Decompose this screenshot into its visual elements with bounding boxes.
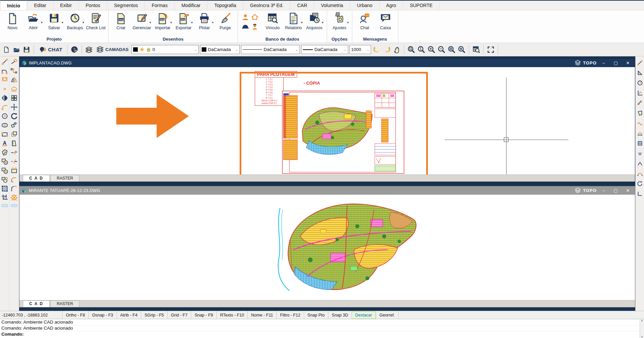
caixa-button[interactable]: Caixa	[375, 11, 396, 30]
toggle-osnap[interactable]: Osnap - F3	[88, 311, 117, 319]
criar-button[interactable]: dwg Criar	[111, 11, 131, 30]
toggle-rtexto[interactable]: RTexto - F10	[216, 311, 247, 319]
node-icon[interactable]	[636, 158, 644, 168]
camadas-button[interactable]: CAMADAS	[95, 45, 130, 54]
minimize-button[interactable]: –	[599, 60, 609, 66]
ucs-icon[interactable]	[636, 189, 644, 199]
coordinates-icon[interactable]	[636, 88, 644, 98]
revision-cloud-tool-icon[interactable]	[10, 84, 18, 93]
dropdown-arrow-icon[interactable]: ▼	[191, 21, 193, 24]
fillet-tool-icon[interactable]	[10, 175, 18, 184]
text-tool-icon[interactable]: A	[0, 139, 9, 148]
zoom-out-icon[interactable]	[437, 45, 446, 54]
move-tool-icon[interactable]	[10, 102, 18, 111]
window1-titlebar[interactable]: IMPLANTACAO.DWG TOPO – ▢ ✕	[19, 59, 635, 67]
dropdown-arrow-icon[interactable]: ▼	[170, 21, 172, 24]
raster-tab[interactable]: RASTER	[50, 175, 80, 182]
offset-tool-icon[interactable]	[10, 130, 18, 139]
grid-icon[interactable]	[636, 138, 644, 148]
minimize-button[interactable]: –	[599, 187, 609, 194]
zoom-layers-icon[interactable]	[447, 45, 456, 54]
scroll-down-icon[interactable]: ▼	[641, 336, 643, 338]
zoom-previous-icon[interactable]	[457, 45, 466, 54]
tab-inicio[interactable]: Início	[0, 0, 27, 10]
section-icon[interactable]	[636, 128, 644, 138]
area-icon[interactable]	[636, 108, 644, 118]
chat-button[interactable]: Chat	[354, 11, 375, 30]
new-file-icon[interactable]	[2, 45, 11, 54]
layers-icon[interactable]	[85, 45, 93, 54]
break-at-point-tool-icon[interactable]	[10, 157, 18, 166]
tab-segmentos[interactable]: Segmentos	[107, 1, 145, 10]
chevron-down-icon[interactable]: ⌄	[233, 48, 238, 51]
tab-pontos[interactable]: Pontos	[79, 1, 108, 10]
point-style-tool-icon[interactable]	[0, 93, 9, 102]
cad-tab[interactable]: C A D	[23, 300, 50, 307]
chevron-down-icon[interactable]: ⌄	[293, 48, 298, 51]
maximize-button[interactable]: ▢	[611, 60, 621, 66]
toggle-atrib[interactable]: Atrib - F4	[117, 311, 141, 319]
relatorio-button[interactable]: Relatório ▼	[283, 11, 304, 30]
wave-icon[interactable]	[636, 118, 644, 128]
polygon-tool-icon[interactable]	[0, 75, 9, 84]
polyline-tool-icon[interactable]	[0, 66, 9, 75]
tab-agro[interactable]: Agro	[379, 1, 403, 10]
rectangle-tool-icon[interactable]	[0, 130, 9, 139]
measure-line-icon[interactable]	[636, 58, 644, 68]
tab-formas[interactable]: Formas	[145, 1, 174, 10]
toggle-snap-3d[interactable]: Snap 3D	[328, 311, 352, 319]
layer-combobox[interactable]: 0 ⌄	[131, 45, 199, 54]
linetype-combobox[interactable]: DaCamada ⌄	[241, 45, 300, 54]
arquivos-button[interactable]: Arquivos ▼	[304, 11, 325, 30]
ajustes-button[interactable]: Ajustes ▼	[329, 11, 350, 30]
toggle-georref[interactable]: Georref.	[376, 311, 399, 319]
salvar-button[interactable]: Salvar ▼	[44, 11, 65, 30]
open-folder-icon[interactable]	[12, 45, 21, 54]
command-console[interactable]: Comando: Ambiente CAD acionado Comando: …	[0, 319, 644, 338]
block-define-tool-icon[interactable]	[0, 166, 9, 175]
tab-editar[interactable]: Editar	[27, 1, 53, 10]
azimuth-icon[interactable]	[636, 78, 644, 88]
exportar-button[interactable]: dwg Exportar ▼	[173, 11, 194, 30]
dropdown-arrow-icon[interactable]: ▼	[211, 21, 214, 24]
maximize-button[interactable]: ▢	[611, 187, 621, 194]
window2-canvas[interactable]	[19, 195, 635, 300]
rotate-tool-icon[interactable]	[10, 111, 18, 120]
hatch-tool-icon[interactable]	[0, 184, 9, 193]
label-tag-tool-icon[interactable]	[0, 148, 9, 157]
worker-icon[interactable]	[251, 22, 259, 31]
dropdown-arrow-icon[interactable]: ▼	[321, 21, 324, 24]
line-tool-icon[interactable]	[0, 57, 9, 66]
tab-exibir[interactable]: Exibir	[53, 1, 79, 10]
chevron-down-icon[interactable]: ⌄	[342, 48, 347, 51]
scroll-up-icon[interactable]: ▲	[641, 319, 643, 322]
erase-tool-icon[interactable]	[10, 57, 18, 66]
circle-tool-icon[interactable]	[0, 111, 9, 120]
toggle-filtro[interactable]: Filtro - F12	[276, 311, 304, 319]
viewport-tool-icon[interactable]	[10, 166, 18, 175]
help-icon[interactable]: ?	[70, 45, 79, 54]
abrir-button[interactable]: Abrir ▼	[23, 11, 44, 30]
window1-canvas[interactable]: PARA PLOTAGEM 1 7 0,1 2 7 0,2 3 7 0,3 4 …	[19, 67, 635, 175]
mirror-tool-icon[interactable]	[10, 75, 18, 84]
zoom-in-icon[interactable]	[427, 45, 436, 54]
dropdown-arrow-icon[interactable]: ▼	[347, 21, 349, 24]
user-icon[interactable]	[241, 13, 249, 21]
toggle-ortho[interactable]: Ortho - F8	[62, 311, 88, 319]
block-insert-tool-icon[interactable]	[0, 157, 9, 166]
redo-icon[interactable]	[383, 45, 391, 54]
chevron-down-icon[interactable]: ⌄	[192, 48, 197, 51]
spline-tool-icon[interactable]	[10, 66, 18, 75]
color-combobox[interactable]: DaCamada ⌄	[200, 45, 240, 54]
array-tool-icon[interactable]	[10, 93, 18, 102]
importar-button[interactable]: dwg Importar ▼	[152, 11, 173, 30]
save-floppy-icon[interactable]	[22, 45, 31, 54]
tab-volumetria[interactable]: Volumetria	[314, 1, 350, 10]
toggle-sgrip[interactable]: SGrip - F5	[141, 311, 167, 319]
lineweight-combobox[interactable]: DaCamada ⌄	[301, 45, 348, 54]
console-scrollbar[interactable]: ▲ ▼	[640, 319, 644, 338]
dropdown-arrow-icon[interactable]: ▼	[40, 21, 43, 24]
pan-hand-icon[interactable]	[393, 45, 401, 54]
tab-suporte[interactable]: SUPORTE	[403, 1, 439, 10]
block-export-tool-icon[interactable]	[0, 175, 9, 184]
